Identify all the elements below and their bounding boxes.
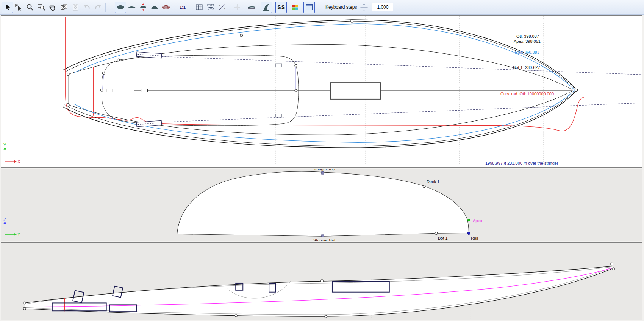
svg-text:Y: Y [17,232,20,237]
stringer-bot-marker [322,235,324,237]
outline-view-panel[interactable]: Y X Otl: 398.037 Apex: 398.051 Rail: 360… [1,15,642,168]
rail-point [467,232,470,235]
rocker-view-button[interactable] [246,2,257,13]
move-point-button[interactable] [231,2,243,13]
scale-1-1-icon: 1:1 [178,3,187,12]
pan-hand-icon [48,3,57,12]
insert-box[interactable] [331,83,381,99]
slices-button[interactable]: SS [275,2,287,13]
apex-point [467,219,470,221]
stringer-top-marker [322,172,324,174]
slices-symmetry-icon: SS [277,3,286,12]
fin-box-bottom[interactable] [136,120,162,126]
svg-text:X: X [17,159,20,164]
rail-label: Rail [471,236,478,241]
thickness-profile-view-icon [127,3,136,12]
svg-text:1:1: 1:1 [180,5,186,9]
guidelines-icon [217,3,227,12]
guidelines-button[interactable] [216,2,228,13]
fin-button[interactable] [261,2,272,13]
main-toolbar: 1:1 SS Keyboard steps [0,0,644,15]
profile-view-panel[interactable] [1,242,642,320]
otl-measurement-label: Otl: 398.037 [516,34,539,39]
wireframe-3d-view-icon [161,3,170,12]
wireframe-view-button[interactable] [160,2,172,13]
slice-view-canvas[interactable]: Z Y [1,169,642,241]
select-rectangle-icon [14,3,23,12]
undo-icon [82,3,91,12]
apex-measurement-label: Apex: 398.051 [514,39,541,44]
outline-curve[interactable] [63,20,577,148]
slice-view-panel[interactable]: Z Y Stringer Top Deck 1 Apex Bot 1 Rail … [1,169,642,241]
stringer-top-label: Stringer Top [313,169,335,171]
rocker-view-icon [247,3,256,12]
profile-fill [25,266,613,316]
bot1-label: Bot 1 [438,236,448,241]
control-tangent-lines [103,65,296,90]
curvature-measurement-label: Curv. rad. Otl: 10000000.000 [500,92,554,97]
zoom-icon [25,3,34,12]
zoom-tool-button[interactable] [24,2,36,13]
grid-button[interactable] [194,2,205,13]
properties-panel-icon [305,3,314,12]
outline-view-button[interactable] [115,2,126,13]
bot1-measurement-label: Bot 1: 230.627 [513,65,540,70]
keyboard-steps-label: Keyboard steps [325,5,357,10]
select-arrow-icon [3,3,12,12]
redo-icon [94,3,103,12]
slice-view-button[interactable] [138,2,149,13]
copy-view-button[interactable] [58,2,70,13]
keyboard-steps-move-icon [360,3,368,11]
pan-tool-button[interactable] [47,2,58,13]
fin-icon [262,3,271,12]
svg-text:Y: Y [3,143,6,147]
select-tool-button[interactable] [2,2,13,13]
measurements-button[interactable] [205,2,216,13]
fin-box-top[interactable] [136,52,162,58]
paste-view-button[interactable] [70,2,81,13]
grid-icon [195,3,204,12]
thickness-view-button[interactable] [149,2,160,13]
copy-view-icon [59,3,69,12]
deck1-label: Deck 1 [427,179,439,184]
cursor-position-status: 1998.997 /t 231.000 /n over the stringer [485,161,558,166]
fin-axis-lines [144,56,642,123]
profile-view-button[interactable] [126,2,138,13]
paste-view-icon [71,3,80,12]
slice-round-view-icon [150,3,159,12]
profile-view-canvas[interactable] [1,243,642,320]
keyboard-steps-input[interactable] [372,3,393,11]
toolbar-separator [105,3,106,12]
colors-button[interactable] [289,2,301,13]
slice-curve[interactable] [177,171,469,236]
board-cad-application: 1:1 SS Keyboard steps [0,0,644,321]
slice-apex-view-icon [139,3,148,12]
outline-plan-view-icon [116,3,125,12]
undo-button[interactable] [81,2,92,13]
svg-text:S: S [277,4,281,10]
zoom-window-icon [37,3,46,12]
move-cross-icon [233,3,242,12]
measurements-icon [206,3,215,12]
bot1-control-point [435,232,437,234]
rail-measurement-label: Rail: 360.883 [515,50,539,55]
axis-indicator: Y X [3,143,20,164]
stringer-bot-label: Stringer Bot [313,238,335,241]
axis-indicator: Z Y [3,217,20,237]
apex-curve[interactable] [65,21,575,146]
color-palette-icon [291,3,300,12]
properties-panel-button[interactable] [303,2,315,13]
zoom-window-tool-button[interactable] [36,2,47,13]
rectangle-select-tool-button[interactable] [13,2,24,13]
deck1-control-point [423,185,425,187]
apex-label: Apex [473,218,482,223]
redo-button[interactable] [92,2,104,13]
svg-text:S: S [281,4,285,10]
svg-text:Z: Z [3,217,6,222]
scale-1-1-button[interactable]: 1:1 [177,2,188,13]
